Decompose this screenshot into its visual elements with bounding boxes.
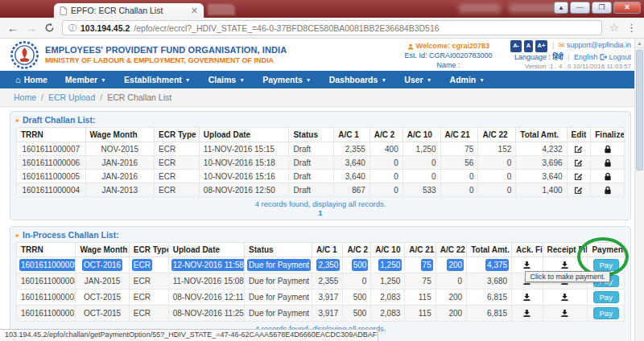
draft-table-row: 1601611000007 NOV-2015 ECR 11-NOV-2016 1… [17,142,625,156]
font-normal-button[interactable]: A [524,40,533,52]
cell-ac1: 3,917 [312,290,342,306]
inprocess-table-row: 1601611000001 OCT-2015 ECR 08-NOV-2016 1… [17,306,625,322]
page-info-icon[interactable]: ⓘ [68,23,76,34]
cell-finalize [591,142,625,156]
nav-item[interactable]: ⌂ Member ▼ [56,71,115,88]
section-bullet-icon: ▸ [16,232,19,239]
total-amt-value: 6,815 [487,309,507,318]
lock-icon[interactable] [604,186,612,195]
edit-icon[interactable] [574,145,583,154]
cell-ac1: 2,350 [312,257,342,273]
cell-wage-month: OCT-2016 [76,257,129,273]
cell-ac21: 115 [405,306,436,322]
caret-down-icon: ▼ [185,77,191,83]
language-hindi-link[interactable]: हिंदी [553,53,564,61]
bookmark-star-icon[interactable]: ☆ [609,22,619,34]
ac1-value: 3,917 [318,293,338,302]
nav-item[interactable]: ⌂ Admin ▼ [441,71,494,88]
ac2-value: 0 [394,172,398,181]
cell-ac22: 200 [436,306,466,322]
edit-icon[interactable] [574,158,583,167]
tab-close-icon[interactable]: ✕ [191,6,198,14]
nav-item[interactable]: ⌂ User ▼ [395,71,440,88]
window-restore-button[interactable]: ❐ [592,2,612,14]
support-email-link[interactable]: support@epfindia.in [567,41,631,49]
nav-item[interactable]: ⌂ Payments ▼ [254,71,320,88]
edit-icon[interactable] [574,186,583,195]
edit-icon[interactable] [574,172,583,181]
nav-item[interactable]: ⌂ Dashboards ▼ [320,71,396,88]
ac21-value: 75 [423,261,431,269]
cell-wage-month: OCT-2015 [76,290,129,306]
welcome-label: Welcome: [416,42,450,50]
separator: | [552,41,554,49]
ac21-value: 0 [469,186,474,195]
cell-ecr-type: ECR [155,183,200,197]
page-favicon-icon [60,6,67,15]
scrollbar-thumb[interactable] [636,50,643,170]
browser-tab[interactable]: EPFO: ECR Challan List ✕ [53,2,204,18]
scrollbar-up-icon[interactable]: ▲ [635,39,644,48]
cell-trrn: 1601611000003 [17,290,76,306]
ecr-type-value: ECR [134,261,151,269]
window-close-button[interactable]: ✕ [613,2,641,14]
download-icon[interactable] [560,261,569,269]
cell-ac10: 1,250 [371,273,405,290]
download-icon[interactable] [522,293,531,302]
tab-title: EPFO: ECR Challan List [71,6,187,15]
lock-icon[interactable] [604,145,612,154]
language-english-link[interactable]: English [574,53,598,61]
logout-link[interactable]: Logout [609,53,631,61]
draft-page-number[interactable]: 1 [16,208,625,217]
breadcrumb-home-link[interactable]: Home [14,92,36,102]
window-extra-button[interactable]: ▴ [554,2,568,14]
pay-button[interactable]: Pay [593,307,619,319]
reload-icon[interactable] [44,23,55,33]
address-bar[interactable]: ⓘ 103.194.45.2 /epfo/ecr/ecrcl?_HDIV_STA… [62,20,602,35]
new-tab-button[interactable] [208,4,235,15]
draft-challan-table: TRRN Wage Month ECR Type Upload Date Sta… [16,127,625,197]
forward-icon[interactable]: → [26,23,37,34]
cell-edit [567,183,591,197]
cell-upload-date: 11-NOV-2016 15:15 [199,142,289,156]
pay-tooltip: Click to make payment. [525,271,610,282]
welcome-block: Welcome: cgrai20783 Est. Id: CGRAI002078… [372,41,525,70]
window-minimize-button[interactable]: — [570,2,590,14]
browser-toolbar: ← → ⓘ 103.194.45.2 /epfo/ecr/ecrcl?_HDIV… [0,18,644,39]
col-trrn: TRRN [17,128,86,142]
font-increase-button[interactable]: A+ [535,40,548,52]
ac2-value: 0 [394,186,398,195]
download-icon[interactable] [560,309,569,318]
nav-item-label: User [404,75,423,84]
nav-item[interactable]: ⌂ Home ▼ [6,71,56,88]
total-amt-value: 4,375 [487,261,507,269]
caret-down-icon: ▼ [427,77,432,83]
blurred-title-text [459,4,501,13]
cell-finalize [591,156,625,170]
ac22-value: 0 [507,158,512,167]
draft-title-text: Draft Challan List: [23,115,95,125]
download-icon[interactable] [522,261,531,269]
font-decrease-button[interactable]: A- [510,40,522,52]
cell-trrn: 1601611000008 [17,273,76,290]
download-icon[interactable] [522,309,531,318]
cell-edit [567,142,591,156]
breadcrumb-ecr-upload-link[interactable]: ECR Upload [48,92,95,102]
nav-item[interactable]: ⌂ Claims ▼ [200,71,254,88]
lock-icon[interactable] [604,158,612,167]
back-icon[interactable]: ← [7,23,19,34]
nav-item-label: Claims [208,75,236,84]
lock-icon[interactable] [604,172,612,181]
inprocess-table-row: 1601611000003 OCT-2015 ECR 08-NOV-2016 1… [17,290,625,306]
status-value: Due for Payment [249,277,309,286]
pay-button[interactable]: Pay [593,291,619,303]
cell-ac1: 867 [334,183,370,197]
cell-status: Draft [289,156,334,170]
download-icon[interactable] [560,293,569,302]
cell-total-amt: 4,232 [516,142,567,156]
ecr-type-value: ECR [159,158,175,167]
browser-menu-icon[interactable]: ⋮ [626,22,637,34]
nav-item[interactable]: ⌂ Establishment ▼ [115,71,200,88]
col-ac21: A/C 21 [405,243,436,257]
vertical-scrollbar[interactable]: ▲ [634,39,644,341]
